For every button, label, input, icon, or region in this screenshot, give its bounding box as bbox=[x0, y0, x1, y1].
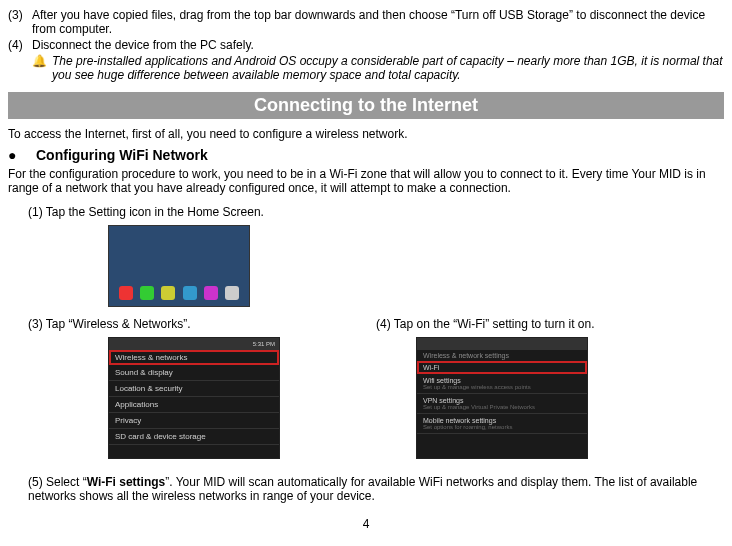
dock-icon bbox=[119, 286, 133, 300]
wifi-item-sub: Set options for roaming, networks bbox=[423, 424, 581, 430]
step5-pre: (5) Select “ bbox=[28, 475, 87, 489]
step-1: (1) Tap the Setting icon in the Home Scr… bbox=[28, 205, 724, 219]
settings-item: Privacy bbox=[109, 413, 279, 429]
bullet-icon: ● bbox=[8, 147, 36, 163]
figure-settings: 5:31 PM Wireless & networks Sound & disp… bbox=[28, 337, 376, 459]
wifi-item-sub: Set up & manage Virtual Private Networks bbox=[423, 404, 581, 410]
status-time: 5:31 PM bbox=[253, 341, 275, 347]
item-text: Disconnect the device from the PC safely… bbox=[32, 38, 724, 52]
list-item-4: (4) Disconnect the device from the PC sa… bbox=[8, 38, 724, 52]
wifi-item-title: Wifi settings bbox=[423, 377, 461, 384]
status-bar: 5:31 PM bbox=[109, 338, 279, 350]
settings-item: Applications bbox=[109, 397, 279, 413]
item-number: (3) bbox=[8, 8, 32, 36]
status-bar bbox=[417, 338, 587, 350]
wifi-item-title: VPN settings bbox=[423, 397, 463, 404]
item-number: (4) bbox=[8, 38, 32, 52]
item-text: After you have copied files, drag from t… bbox=[32, 8, 724, 36]
step-5: (5) Select “Wi-Fi settings”. Your MID wi… bbox=[28, 475, 724, 503]
subheading-text: Configuring WiFi Network bbox=[36, 147, 208, 163]
settings-screen-mock: 5:31 PM Wireless & networks Sound & disp… bbox=[108, 337, 280, 459]
dock-icon bbox=[161, 286, 175, 300]
dock-icon bbox=[183, 286, 197, 300]
dock-icon bbox=[140, 286, 154, 300]
wifi-item: Mobile network settings Set options for … bbox=[417, 414, 587, 434]
figure-home-screen bbox=[8, 225, 724, 307]
dock-icon bbox=[204, 286, 218, 300]
settings-item: SD card & device storage bbox=[109, 429, 279, 445]
wifi-item-sub: Set up & manage wireless access points bbox=[423, 384, 581, 390]
intro-text: To access the Internet, first of all, yo… bbox=[8, 127, 724, 141]
note-icon: 🔔 bbox=[32, 54, 52, 82]
figure-wifi: Wireless & network settings Wi-Fi Wifi s… bbox=[376, 337, 724, 459]
wifi-item-wifi: Wi-Fi bbox=[417, 361, 587, 374]
settings-item: Location & security bbox=[109, 381, 279, 397]
config-description: For the configuration procedure to work,… bbox=[8, 167, 724, 195]
wifi-item: Wifi settings Set up & manage wireless a… bbox=[417, 374, 587, 394]
wifi-item: VPN settings Set up & manage Virtual Pri… bbox=[417, 394, 587, 414]
wifi-item-title: Mobile network settings bbox=[423, 417, 496, 424]
section-heading: Connecting to the Internet bbox=[8, 92, 724, 119]
settings-item: Sound & display bbox=[109, 365, 279, 381]
note-text: The pre-installed applications and Andro… bbox=[52, 54, 724, 82]
wifi-screen-mock: Wireless & network settings Wi-Fi Wifi s… bbox=[416, 337, 588, 459]
dock-icon bbox=[225, 286, 239, 300]
subheading: ● Configuring WiFi Network bbox=[8, 147, 724, 163]
page-number: 4 bbox=[8, 517, 724, 531]
step-3: (3) Tap “Wireless & Networks”. bbox=[28, 317, 376, 331]
step5-bold: Wi-Fi settings bbox=[87, 475, 166, 489]
wifi-header: Wireless & network settings bbox=[417, 350, 587, 361]
home-screen-mock bbox=[108, 225, 250, 307]
list-item-3: (3) After you have copied files, drag fr… bbox=[8, 8, 724, 36]
settings-item-wireless: Wireless & networks bbox=[109, 350, 279, 365]
note: 🔔 The pre-installed applications and And… bbox=[32, 54, 724, 82]
step-4: (4) Tap on the “Wi-Fi” setting to turn i… bbox=[376, 317, 724, 331]
